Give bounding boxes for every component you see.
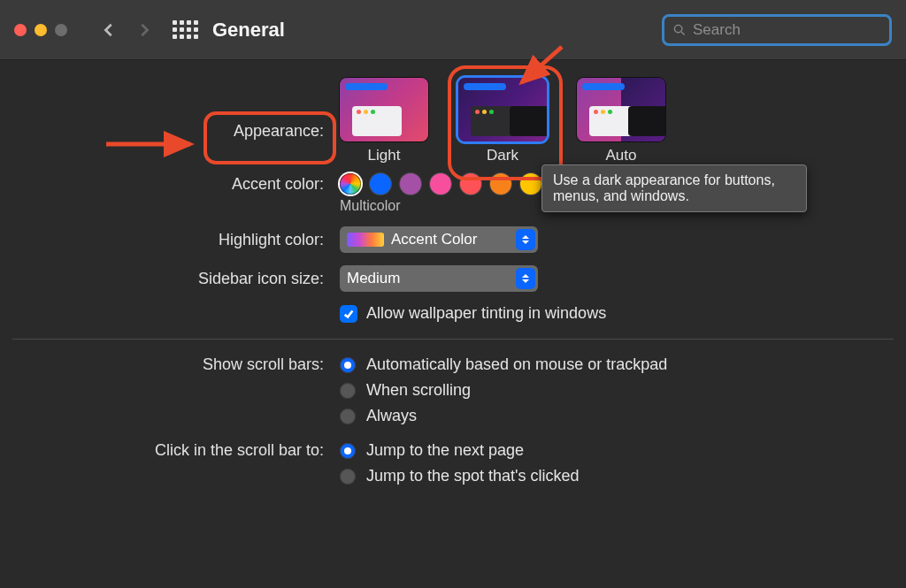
accent-swatch-red[interactable]: [460, 173, 481, 195]
radio-label: When scrolling: [366, 381, 471, 400]
radio-option[interactable]: Jump to the spot that's clicked: [340, 467, 580, 485]
appearance-option-label: Light: [368, 147, 401, 164]
highlight-label: Highlight color:: [12, 231, 340, 249]
scrollbars-radios: Automatically based on mouse or trackpad…: [340, 355, 667, 425]
appearance-thumb-dark: [458, 78, 547, 141]
search-field[interactable]: [662, 14, 892, 46]
sidebar-icon-popup[interactable]: Medium: [340, 265, 538, 292]
search-input[interactable]: [693, 21, 880, 39]
radio-option[interactable]: When scrolling: [340, 381, 667, 400]
appearance-label: Appearance:: [12, 78, 340, 141]
window-title: General: [212, 19, 285, 42]
svg-line-1: [681, 32, 685, 35]
zoom-window-icon[interactable]: [55, 24, 67, 36]
close-window-icon[interactable]: [14, 24, 27, 36]
appearance-option-auto[interactable]: Auto: [577, 78, 665, 164]
accent-swatch-yellow[interactable]: [520, 173, 541, 195]
appearance-option-label: Dark: [487, 147, 518, 164]
appearance-thumb-auto: [577, 78, 665, 141]
checkbox-checked-icon: [340, 305, 357, 323]
radio-label: Jump to the next page: [366, 441, 524, 460]
radio-label: Automatically based on mouse or trackpad: [366, 355, 667, 374]
radio-selected-icon: [340, 443, 356, 459]
row-scrollbars: Show scroll bars: Automatically based on…: [12, 355, 894, 425]
highlight-popup[interactable]: Accent Color: [340, 226, 538, 253]
back-button[interactable]: [94, 15, 124, 45]
appearance-thumb-light: [340, 78, 428, 141]
content: Appearance: Light Dark: [0, 60, 906, 485]
accent-swatches: [340, 173, 541, 195]
radio-option[interactable]: Always: [340, 407, 667, 425]
radio-unselected-icon: [340, 383, 356, 399]
accent-swatch-purple[interactable]: [400, 173, 421, 195]
radio-label: Jump to the spot that's clicked: [366, 467, 580, 485]
forward-button: [129, 15, 159, 45]
stepper-icon: [516, 268, 535, 289]
toolbar: General: [0, 0, 906, 60]
row-highlight: Highlight color: Accent Color: [12, 226, 894, 253]
all-settings-grid-icon[interactable]: [173, 19, 196, 42]
accent-label: Accent color:: [12, 173, 340, 194]
radio-option[interactable]: Jump to the next page: [340, 441, 580, 460]
accent-swatch-blue[interactable]: [370, 173, 391, 195]
click-scroll-radios: Jump to the next pageJump to the spot th…: [340, 441, 580, 485]
wallpaper-tint-checkbox[interactable]: Allow wallpaper tinting in windows: [340, 304, 606, 323]
appearance-option-light[interactable]: Light: [340, 78, 428, 164]
scrollbars-label: Show scroll bars:: [12, 355, 340, 374]
wallpaper-tint-label: Allow wallpaper tinting in windows: [366, 304, 606, 323]
radio-option[interactable]: Automatically based on mouse or trackpad: [340, 355, 667, 374]
radio-label: Always: [366, 407, 417, 425]
row-sidebar-icon: Sidebar icon size: Medium: [12, 265, 894, 292]
highlight-value: Accent Color: [391, 231, 477, 248]
accent-swatch-orange[interactable]: [490, 173, 511, 195]
radio-unselected-icon: [340, 469, 356, 485]
appearance-options: Light Dark Auto: [340, 78, 665, 164]
radio-unselected-icon: [340, 409, 356, 424]
divider: [12, 339, 894, 340]
search-icon: [673, 23, 686, 37]
svg-point-0: [674, 25, 681, 32]
stepper-icon: [516, 229, 535, 250]
radio-selected-icon: [340, 357, 356, 373]
accent-swatch-pink[interactable]: [430, 173, 451, 195]
click-scroll-label: Click in the scroll bar to:: [12, 441, 340, 460]
minimize-window-icon[interactable]: [35, 24, 47, 36]
window-controls: [14, 24, 67, 36]
appearance-option-dark[interactable]: Dark: [458, 78, 547, 164]
sidebar-icon-label: Sidebar icon size:: [12, 270, 340, 288]
row-wallpaper-tint: Allow wallpaper tinting in windows: [12, 304, 894, 323]
accent-gradient-icon: [347, 233, 384, 247]
sidebar-icon-value: Medium: [347, 270, 400, 287]
accent-swatch-multicolor[interactable]: [340, 173, 361, 195]
row-click-scroll: Click in the scroll bar to: Jump to the …: [12, 441, 894, 485]
appearance-tooltip: Use a dark appearance for buttons, menus…: [541, 164, 807, 212]
row-appearance: Appearance: Light Dark: [12, 78, 894, 164]
appearance-option-label: Auto: [606, 147, 637, 164]
